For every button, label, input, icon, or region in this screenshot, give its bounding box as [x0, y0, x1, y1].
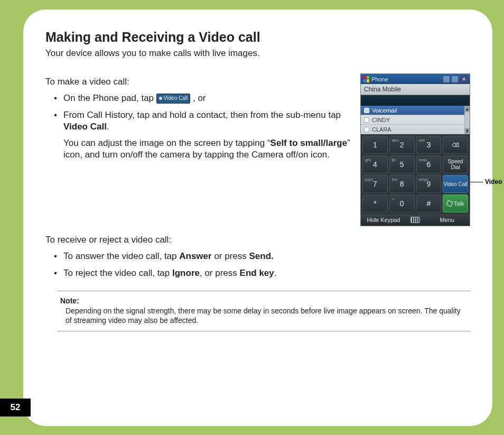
key-4: ghi4 [362, 155, 388, 173]
text: You can adjust the image on the screen b… [63, 138, 270, 148]
list-item: Voicemail [361, 106, 470, 115]
text: To answer the video call, tap [63, 251, 179, 261]
text: . [274, 268, 277, 278]
key-talk: Talk [443, 195, 468, 212]
make-call-subpara: You can adjust the image on the screen b… [45, 137, 353, 161]
make-call-item-2: From Call History, tap and hold a contac… [63, 109, 353, 133]
receive-call-item-1: To answer the video call, tap Answer or … [63, 251, 470, 262]
key-6: mno6 [416, 155, 442, 173]
make-call-list: On the Phone pad, tap Video Call , or Fr… [45, 92, 353, 132]
softkey-left: Hide Keypad [361, 214, 406, 226]
key-2: abc2 [389, 136, 415, 154]
phone-frame: Phone ✕ China Mobile Voicemail CINDY CLA… [360, 73, 470, 226]
phone-screenshot: Phone ✕ China Mobile Voicemail CINDY CLA… [360, 73, 470, 226]
key-7: pqrs7 [362, 175, 388, 193]
text: To reject the video call, tap [63, 268, 172, 278]
carrier-bar: China Mobile [361, 84, 470, 95]
text: , or [193, 93, 206, 103]
list-item: CLARA [361, 125, 470, 134]
phone-icon [446, 200, 453, 207]
keyboard-icon [406, 214, 424, 226]
page-number: 52 [0, 399, 31, 417]
windows-start-icon [363, 76, 369, 82]
instructions-column: To make a video call: On the Phone pad, … [45, 73, 353, 166]
note-body: Depending on the signal strength, there … [60, 306, 467, 326]
status-title: Phone [371, 76, 388, 82]
key-hash: # [416, 195, 442, 212]
intro-text: Your device allows you to make calls wit… [45, 48, 470, 59]
text: or press [212, 251, 249, 261]
video-call-callout: Video call button [470, 178, 504, 186]
callout-label: Video call button [485, 178, 504, 186]
softkey-right: Menu [424, 214, 470, 226]
receive-call-list: To answer the video call, tap Answer or … [45, 251, 470, 279]
volume-icon [452, 76, 458, 82]
video-call-chip-icon: Video Call [156, 94, 190, 104]
make-call-lead: To make a video call: [45, 77, 353, 87]
receive-call-item-2: To reject the video call, tap Ignore, or… [63, 267, 470, 279]
signal-icon [443, 76, 450, 82]
bold-text: Self to small/large [270, 138, 348, 148]
key-video-call: Video Call [443, 175, 468, 193]
contact-list: Voicemail CINDY CLARA ▲▼ [361, 106, 470, 134]
close-icon: ✕ [460, 76, 468, 83]
bold-text: Send. [249, 251, 274, 261]
contact-name: CINDY [372, 117, 390, 123]
scrollbar: ▲▼ [464, 106, 470, 134]
receive-call-lead: To receive or reject a video call: [45, 235, 470, 245]
page-title: Making and Receiving a Video call [45, 30, 470, 45]
bold-text: End key [240, 268, 274, 278]
key-star: * [362, 195, 388, 212]
key-3: def3 [416, 136, 442, 154]
contact-name: Voicemail [372, 107, 397, 114]
number-display [361, 95, 470, 106]
callout-leader-line [470, 182, 483, 182]
make-call-item-1: On the Phone pad, tap Video Call , or [63, 92, 353, 104]
note-label: Note: [60, 297, 467, 305]
list-item: CINDY [361, 115, 470, 125]
key-1: 1 [362, 136, 388, 154]
phone-status-bar: Phone ✕ [361, 74, 470, 84]
bold-text: Ignore [172, 268, 200, 278]
manual-page: Making and Receiving a Video call Your d… [23, 10, 492, 426]
text: , or press [200, 268, 240, 278]
bold-text: Video Call [63, 122, 107, 132]
text: On the Phone pad, tap [63, 93, 156, 103]
bold-text: Answer [179, 251, 211, 261]
key-speed-dial: Speed Dial [443, 155, 468, 173]
receive-section: To receive or reject a video call: To an… [45, 235, 470, 331]
key-5: jkl5 [389, 155, 415, 173]
key-backspace: ⌫ [443, 136, 468, 154]
key-8: tuv8 [389, 175, 415, 193]
chip-label: Video Call [164, 95, 188, 101]
contact-icon [364, 108, 369, 113]
phone-keypad: 1 abc2 def3 ⌫ ghi4 jkl5 mno6 Speed Dial … [361, 134, 470, 214]
text: From Call History, tap and hold a contac… [63, 110, 341, 120]
note-block: Note: Depending on the signal strength, … [57, 291, 470, 332]
key-9: wxyz9 [416, 175, 442, 193]
key-0: +0 [389, 195, 415, 212]
text: . [107, 122, 109, 132]
phone-softkey-bar: Hide Keypad Menu [361, 214, 470, 226]
contact-name: CLARA [372, 126, 391, 133]
contact-icon [364, 117, 369, 123]
two-column-layout: To make a video call: On the Phone pad, … [45, 73, 470, 226]
contact-icon [364, 127, 369, 132]
